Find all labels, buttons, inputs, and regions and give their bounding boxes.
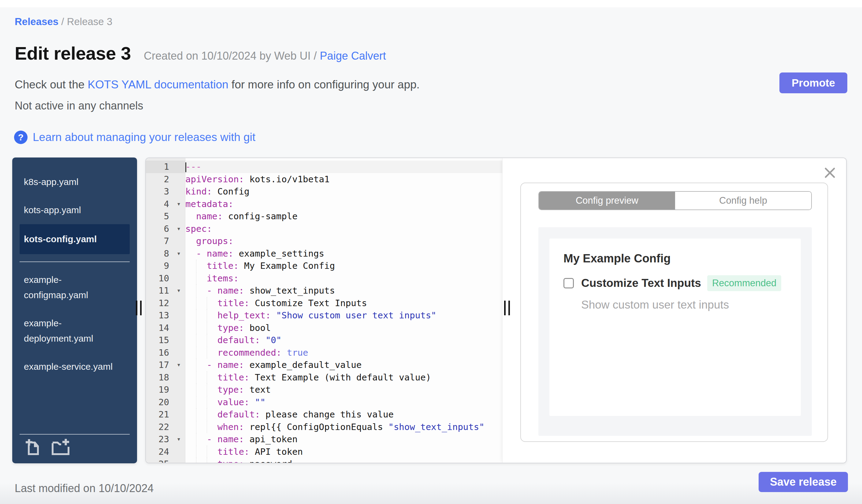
fold-toggle-icon[interactable]: ▾: [177, 248, 181, 260]
code-line[interactable]: help_text: "Show custom user text inputs…: [185, 309, 502, 322]
file-sidebar: k8s-app.yamlkots-app.yamlkots-config.yam…: [12, 158, 137, 463]
fold-toggle-icon[interactable]: ▾: [177, 223, 181, 235]
code-line[interactable]: default: "0": [185, 334, 502, 346]
indent-guide: [196, 297, 207, 309]
code-token: ---: [185, 161, 201, 172]
breadcrumb: Releases / Release 3: [15, 16, 112, 27]
kots-yaml-docs-link[interactable]: KOTS YAML documentation: [88, 78, 228, 91]
editor-gutter: 1234▾56▾78▾91011▾121314151617▾1819202122…: [146, 158, 185, 463]
code-line[interactable]: title: API token: [185, 446, 502, 458]
sidebar-actions: [25, 438, 70, 456]
fold-toggle-icon[interactable]: ▾: [177, 198, 181, 210]
file-item[interactable]: example- configmap.yaml: [19, 266, 130, 309]
git-releases-link[interactable]: Learn about managing your releases with …: [33, 131, 256, 144]
indent-space: [185, 421, 196, 433]
code-line[interactable]: ---: [185, 161, 502, 173]
code-line[interactable]: title: My Example Config: [185, 260, 502, 272]
sidebar-resize-handle[interactable]: [136, 301, 142, 315]
editor-code-area[interactable]: ---apiVersion: kots.io/v1beta1kind: Conf…: [185, 158, 502, 463]
config-checkbox[interactable]: [563, 278, 574, 288]
created-meta: Created on 10/10/2024 by Web UI / Paige …: [144, 50, 386, 62]
indent-guide: [207, 297, 218, 309]
code-token: kots.io/v1beta1: [244, 174, 329, 184]
yaml-editor[interactable]: 1234▾56▾78▾91011▾121314151617▾1819202122…: [146, 158, 502, 463]
code-token: Config: [212, 186, 249, 197]
tab-config-preview[interactable]: Config preview: [539, 192, 675, 210]
code-token: true: [287, 347, 308, 358]
code-token: example_default_value: [244, 360, 362, 370]
code-line[interactable]: items:: [185, 272, 502, 285]
code-token: My Example Config: [239, 261, 335, 271]
code-line[interactable]: apiVersion: kots.io/v1beta1: [185, 173, 502, 186]
line-number: 1: [146, 161, 185, 173]
code-line[interactable]: - name: show_text_inputs: [185, 284, 502, 297]
git-help-row[interactable]: ? Learn about managing your releases wit…: [14, 131, 256, 144]
tab-config-help[interactable]: Config help: [675, 192, 811, 210]
code-line[interactable]: - name: example_settings: [185, 248, 502, 260]
line-number: 7: [146, 235, 185, 248]
code-line[interactable]: kind: Config: [185, 185, 502, 198]
indent-guide: [196, 334, 207, 346]
breadcrumb-separator: /: [58, 16, 67, 27]
code-line[interactable]: default: please change this value: [185, 408, 502, 421]
indent-guide: [207, 458, 218, 463]
code-line[interactable]: type: bool: [185, 322, 502, 334]
line-number: 13: [146, 309, 185, 322]
code-token: title:: [207, 261, 239, 271]
code-token: bool: [244, 323, 271, 333]
code-token: - name:: [207, 360, 244, 370]
code-token: [271, 310, 276, 320]
line-number: 12: [146, 297, 185, 309]
indent-guide: [196, 421, 207, 433]
code-line[interactable]: type: password: [185, 458, 502, 463]
indent-guide: [207, 421, 218, 433]
created-author-link[interactable]: Paige Calvert: [320, 50, 386, 62]
breadcrumb-releases-link[interactable]: Releases: [15, 16, 58, 27]
indent-space: [185, 235, 196, 247]
promote-button[interactable]: Promote: [780, 72, 847, 93]
fold-toggle-icon[interactable]: ▾: [177, 284, 181, 297]
code-line[interactable]: name: config-sample: [185, 210, 502, 223]
code-line[interactable]: spec:: [185, 223, 502, 235]
file-item[interactable]: k8s-app.yaml: [19, 168, 130, 196]
fold-toggle-icon[interactable]: ▾: [177, 433, 181, 446]
code-token: type:: [218, 323, 244, 333]
fold-toggle-icon[interactable]: ▾: [177, 359, 181, 371]
breadcrumb-current: Release 3: [67, 16, 113, 27]
code-token: "0": [265, 335, 282, 345]
config-tabbar: Config previewConfig help: [538, 191, 812, 210]
code-token: when:: [218, 422, 244, 432]
code-line[interactable]: metadata:: [185, 198, 502, 210]
file-list: k8s-app.yamlkots-app.yamlkots-config.yam…: [12, 158, 137, 381]
code-line[interactable]: value: "": [185, 396, 502, 409]
code-token: recommended:: [218, 347, 282, 358]
created-text: Created on 10/10/2024 by Web UI /: [144, 50, 320, 62]
indent-space: [185, 322, 196, 334]
close-icon[interactable]: [824, 167, 836, 179]
file-item[interactable]: example- deployment.yaml: [19, 309, 130, 353]
code-line[interactable]: title: Text Example (with default value): [185, 371, 502, 384]
code-line[interactable]: recommended: true: [185, 346, 502, 359]
save-release-button[interactable]: Save release: [759, 472, 848, 492]
file-item[interactable]: kots-config.yaml: [19, 224, 130, 254]
code-token: name:: [196, 211, 223, 222]
file-item[interactable]: example-service.yaml: [19, 353, 130, 381]
code-token: default:: [218, 335, 260, 345]
code-token: kind:: [185, 186, 212, 197]
last-modified-text: Last modified on 10/10/2024: [15, 482, 154, 495]
header: Edit release 3 Created on 10/10/2024 by …: [15, 43, 386, 64]
code-line[interactable]: - name: example_default_value: [185, 359, 502, 371]
new-file-icon[interactable]: [25, 438, 43, 456]
preview-resize-handle[interactable]: [504, 301, 510, 315]
code-line[interactable]: when: repl{{ ConfigOptionEquals "show_te…: [185, 421, 502, 433]
code-token: "": [255, 397, 265, 407]
code-line[interactable]: groups:: [185, 235, 502, 248]
indent-guide: [196, 272, 207, 284]
code-token: text: [244, 384, 271, 395]
new-folder-icon[interactable]: [50, 438, 70, 456]
code-line[interactable]: type: text: [185, 384, 502, 396]
file-item[interactable]: kots-app.yaml: [19, 196, 130, 224]
code-token: Customize Text Inputs: [249, 298, 367, 308]
code-line[interactable]: - name: api_token: [185, 433, 502, 446]
code-line[interactable]: title: Customize Text Inputs: [185, 297, 502, 309]
